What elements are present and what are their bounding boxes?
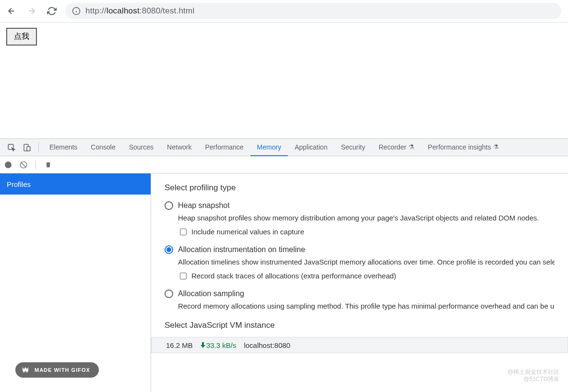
record-button[interactable] [5,161,12,168]
flask-icon: ⚗ [409,143,414,150]
tab-elements[interactable]: Elements [43,139,84,156]
tab-application[interactable]: Application [288,139,334,156]
reload-button[interactable] [47,6,57,16]
vm-size: 16.2 MB [166,341,193,349]
svg-rect-5 [27,146,30,150]
sidebar-item-profiles[interactable]: Profiles [0,173,151,195]
tab-performance[interactable]: Performance [198,139,250,156]
tab-console[interactable]: Console [84,139,122,156]
memory-main: Select profiling type Heap snapshot Heap… [151,173,568,392]
vm-host: localhost:8080 [244,341,290,349]
checkbox-label-numerical[interactable]: Include numerical values in capture [191,228,304,236]
option-heap-snapshot: Heap snapshot Heap snapshot profiles sho… [165,201,555,236]
separator [38,143,39,152]
forward-button[interactable] [27,6,36,16]
devtools-panel: Elements Console Sources Network Perform… [0,138,568,392]
page-content: 点我 [0,23,568,138]
tab-memory[interactable]: Memory [250,139,288,156]
radio-sampling[interactable] [165,289,173,298]
inspect-icon[interactable] [7,143,16,152]
vm-instance-title: Select JavaScript VM instance [165,321,555,330]
separator [36,161,36,169]
svg-line-7 [21,162,26,167]
radio-label-sampling[interactable]: Allocation sampling [178,289,244,298]
tab-performance-insights[interactable]: Performance insights⚗ [421,139,506,156]
arrow-down-icon [201,342,205,348]
radio-timeline[interactable] [165,245,173,254]
tab-network[interactable]: Network [160,139,198,156]
gifox-icon [21,366,30,374]
vm-rate: 33.3 kB/s [201,341,237,349]
device-toggle-icon[interactable] [22,143,32,152]
radio-label-heap[interactable]: Heap snapshot [178,201,230,210]
sampling-description: Record memory allocations using sampling… [178,301,555,311]
url-text: http://localhost:8080/test.html [85,6,194,16]
radio-heap[interactable] [165,201,173,210]
devtools-body: Profiles MADE WITH GIFOX Select profilin… [0,173,568,392]
heap-description: Heap snapshot profiles show memory distr… [178,213,555,223]
checkbox-stack-traces[interactable] [180,273,187,279]
click-me-button[interactable]: 点我 [6,28,37,46]
option-allocation-sampling: Allocation sampling Record memory alloca… [165,289,555,311]
browser-toolbar: http://localhost:8080/test.html [0,0,568,23]
info-icon [72,7,81,15]
clear-icon[interactable] [19,161,28,169]
timeline-description: Allocation timelines show instrumented J… [178,257,555,267]
page-watermark: @稀土掘金技术社区 @51CTO博客 [508,369,559,383]
tab-security[interactable]: Security [334,139,372,156]
checkbox-label-stack-traces[interactable]: Record stack traces of allocations (extr… [191,272,396,280]
tab-sources[interactable]: Sources [122,139,160,156]
address-bar[interactable]: http://localhost:8080/test.html [65,3,561,19]
option-allocation-timeline: Allocation instrumentation on timeline A… [165,245,555,280]
trash-icon[interactable] [44,161,52,169]
devtools-tabs: Elements Console Sources Network Perform… [0,139,568,156]
profiles-sidebar: Profiles MADE WITH GIFOX [0,173,151,392]
memory-toolbar [0,156,568,173]
radio-label-timeline[interactable]: Allocation instrumentation on timeline [178,245,305,254]
checkbox-numerical[interactable] [180,229,187,235]
tab-recorder[interactable]: Recorder⚗ [372,139,421,156]
flask-icon: ⚗ [493,143,499,150]
nav-buttons [7,6,57,16]
gifox-watermark: MADE WITH GIFOX [15,362,99,378]
back-button[interactable] [7,6,16,16]
vm-instance-row[interactable]: 16.2 MB 33.3 kB/s localhost:8080 [151,337,568,353]
profiling-type-title: Select profiling type [165,183,555,193]
